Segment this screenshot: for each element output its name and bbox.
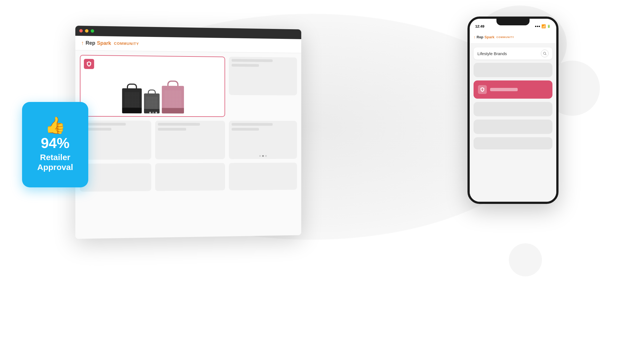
- phone-shield-icon: [480, 87, 485, 92]
- phone-logo-rep: Rep: [477, 35, 483, 39]
- status-icons: ●●● 📶 🔋: [535, 24, 551, 28]
- card-dot-r2-3: [265, 155, 267, 157]
- logo-arrow-icon: ↑: [81, 40, 84, 46]
- phone-card-placeholder-4: [474, 137, 552, 149]
- skeleton-bar-r2-1: [83, 123, 126, 125]
- phone-notch: [496, 19, 530, 25]
- wifi-icon: 📶: [541, 24, 546, 28]
- repspark-logo-browser: ↑ RepSpark COMMUNITY: [81, 40, 139, 47]
- bag-mauve: [162, 80, 184, 114]
- badge-retailer: RetailerApproval: [37, 152, 73, 172]
- card-dots-r2: [259, 155, 267, 157]
- grid-card-r2-2: [155, 121, 225, 160]
- phone-frame: 12:49 ●●● 📶 🔋 ↑ RepSpark COMMUNITY Lifes…: [467, 17, 559, 204]
- battery-icon: 🔋: [547, 25, 551, 28]
- skeleton-bar-r2-5: [231, 123, 272, 126]
- search-text: Lifestyle Brands: [477, 51, 507, 56]
- grid-card-side-1: [229, 57, 297, 96]
- phone-logo-arrow: ↑: [474, 35, 475, 39]
- phone-content: Lifestyle Brands: [470, 44, 556, 204]
- thumbs-up-icon: 👍: [45, 117, 66, 134]
- approval-badge: 👍 94% RetailerApproval: [22, 102, 88, 187]
- phone-nav: ↑ RepSpark COMMUNITY: [470, 31, 556, 44]
- bag-darkgray: [144, 90, 160, 114]
- status-time: 12:49: [475, 24, 484, 28]
- skeleton-bar-2: [231, 64, 259, 67]
- brand-logo-badge: [84, 59, 94, 69]
- skeleton-bar-1: [231, 59, 272, 62]
- signal-icon: ●●●: [535, 25, 540, 28]
- browser-dot-maximize[interactable]: [91, 29, 94, 33]
- logo-spark-text: Spark: [97, 40, 111, 46]
- card-dot-1: [149, 112, 151, 114]
- shield-icon: [86, 61, 92, 67]
- phone-card-placeholder-3: [474, 120, 552, 134]
- grid-card-r3-3: [229, 163, 297, 190]
- browser-window: ↑ RepSpark COMMUNITY: [75, 26, 301, 239]
- phone-active-shield: [478, 85, 487, 94]
- grid-card-r3-1: [80, 163, 151, 192]
- phone-logo: ↑ RepSpark COMMUNITY: [474, 35, 514, 39]
- browser-content: [75, 50, 301, 239]
- grid-row-3: [80, 163, 297, 192]
- svg-line-1: [546, 54, 546, 55]
- logo-community-text: COMMUNITY: [114, 41, 139, 46]
- browser-dot-minimize[interactable]: [85, 29, 88, 33]
- search-icon[interactable]: [541, 50, 549, 57]
- phone-logo-spark: Spark: [485, 35, 495, 39]
- cloud-bottom-right: [509, 243, 542, 276]
- grid-row-2: [80, 120, 297, 160]
- grid-card-r2-3: [229, 121, 297, 159]
- phone-search-bar[interactable]: Lifestyle Brands: [474, 47, 552, 60]
- phone-logo-community: COMMUNITY: [496, 36, 514, 39]
- skeleton-bar-r2-4: [158, 128, 186, 131]
- svg-point-0: [543, 52, 546, 54]
- skeleton-bar-r2-6: [231, 128, 259, 131]
- bag-black: [122, 83, 142, 113]
- card-dot-2: [153, 112, 154, 114]
- browser-dot-close[interactable]: [79, 29, 83, 33]
- featured-card[interactable]: [80, 55, 225, 117]
- card-dot-3: [156, 112, 157, 114]
- badge-percent: 94%: [41, 136, 70, 150]
- content-grid: [80, 55, 297, 117]
- scene: ↑ RepSpark COMMUNITY: [0, 0, 644, 337]
- skeleton-bar-r2-3: [158, 123, 200, 126]
- phone-card-placeholder-2: [474, 102, 552, 116]
- grid-card-r3-2: [155, 163, 225, 191]
- phone-active-brand-bar: [490, 88, 518, 91]
- handbag-image: [81, 55, 225, 116]
- phone-card-active[interactable]: [474, 80, 552, 99]
- grid-card-r2-1: [80, 120, 151, 160]
- card-dot-r2-1: [259, 155, 261, 157]
- card-dots: [149, 112, 157, 114]
- logo-rep-text: Rep: [85, 40, 95, 46]
- card-dot-r2-2: [262, 155, 264, 157]
- phone-card-placeholder-1: [474, 63, 552, 77]
